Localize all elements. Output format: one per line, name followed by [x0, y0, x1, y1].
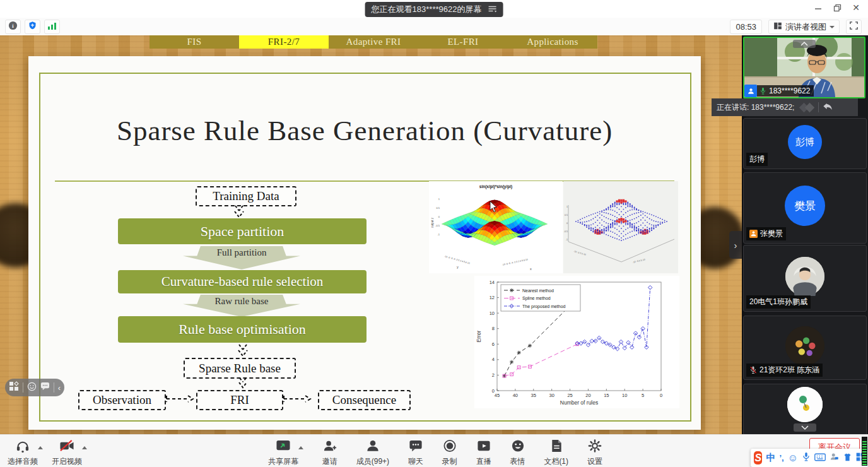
expand-chevron-down[interactable] [794, 423, 816, 432]
participant-name-label: 彭博 [746, 153, 768, 166]
gear-icon [587, 439, 602, 456]
svg-text:5: 5 [642, 393, 644, 398]
chat-bubble-icon[interactable] [40, 382, 50, 393]
close-button[interactable]: ✕ [847, 0, 865, 15]
surface-plot-title: sin(x/pi)*sin(y/pi) [479, 184, 512, 189]
participant-tile[interactable]: 21资环2班 陈东涵 [743, 316, 867, 380]
divider [818, 102, 819, 112]
ime-punctuation-toggle[interactable]: ’, [779, 453, 783, 463]
emoji-button[interactable]: 表情 [510, 439, 525, 467]
mic-on-icon [760, 87, 766, 95]
clock-time: 08:53 [730, 20, 762, 34]
network-signal-icon [47, 21, 57, 33]
participant-video-main[interactable]: 183****9622 [743, 37, 865, 98]
person-plus-icon [322, 439, 337, 456]
chevron-down-icon [830, 26, 835, 31]
participant-name-label: 张樊景 [746, 227, 786, 240]
svg-text:The proposed method: The proposed method [522, 304, 566, 309]
svg-text:0.5: 0.5 [565, 214, 568, 216]
tab-el-fri[interactable]: EL-FRI [418, 35, 508, 49]
svg-text:Number of rules: Number of rules [560, 399, 598, 406]
participant-tile[interactable]: 彭博 彭博 [743, 118, 867, 169]
flow-box-consequence: Consequence [318, 390, 411, 410]
shared-screen-area: FIS FRI-2/7 Adaptive FRI EL-FRI Applicat… [0, 35, 742, 434]
hand-raised-person-icon [749, 230, 758, 238]
meeting-toolbar: 选择音频 开启视频 共享屏幕 邀 [0, 434, 868, 467]
network-status-button[interactable] [44, 20, 60, 34]
participant-tile[interactable] [743, 384, 867, 435]
meeting-info-bar: i 08:53 演讲者视图 [0, 18, 868, 36]
settings-button[interactable]: 设置 [587, 439, 602, 467]
sogou-logo-icon[interactable]: S [754, 451, 762, 464]
dashed-arrow-down-1 [232, 205, 247, 218]
participant-name-label: 21资环2班 陈东涵 [746, 364, 823, 377]
svg-text:6: 6 [492, 341, 495, 347]
ime-emoji-button[interactable]: ☺ [788, 452, 798, 464]
fullscreen-button[interactable] [846, 20, 862, 34]
svg-text:Error: Error [476, 330, 482, 342]
fullscreen-icon [849, 21, 859, 33]
speaking-banner-text: 正在讲话: 183****9622; [717, 102, 794, 113]
ime-language-toggle[interactable]: 中 [766, 452, 775, 464]
minimize-button[interactable] [809, 0, 828, 15]
docs-button[interactable]: 文档(1) [544, 439, 568, 467]
chat-button[interactable]: 聊天 [408, 439, 423, 467]
live-stream-button[interactable]: 直播 [476, 439, 491, 467]
presentation-slide: Sparse Rule Base Generation (Curvature) … [28, 56, 701, 430]
avatar [785, 257, 824, 296]
dashed-arrow-right-2 [283, 394, 312, 403]
select-audio-button[interactable]: 选择音频 [8, 439, 38, 467]
video-options-caret[interactable] [82, 444, 87, 449]
ime-toolbar: S 中 ’, ☺ [751, 449, 868, 467]
svg-text:45: 45 [495, 393, 500, 398]
tab-fri[interactable]: FRI-2/7 [239, 35, 329, 49]
collapse-left-icon[interactable]: ‹ [58, 383, 61, 393]
flow-box-sparse-rule-base: Sparse Rule base [184, 358, 296, 379]
svg-text:12: 12 [490, 295, 495, 300]
security-button[interactable] [25, 20, 40, 34]
participant-tile[interactable]: 樊景 张樊景 [743, 172, 867, 244]
flow-box-observation: Observation [78, 390, 166, 410]
members-button[interactable]: 成员(99+) [356, 439, 389, 467]
banner-menu-icon[interactable] [488, 5, 496, 15]
whiteboard-grid-icon[interactable] [9, 381, 19, 394]
title-bar: 您正在观看183****9622的屏幕 ✕ [0, 0, 868, 18]
tab-applications[interactable]: Applications [508, 35, 597, 49]
flow-box-rule-base-optimisation: Rule base optimisation [118, 316, 367, 343]
live-tv-icon [476, 439, 491, 456]
restore-button[interactable] [828, 0, 847, 15]
speaking-banner: 正在讲话: 183****9622; [712, 98, 858, 116]
reply-arrow-icon[interactable] [823, 102, 833, 113]
divider [54, 382, 54, 393]
share-screen-button[interactable]: 共享屏幕 [268, 439, 298, 467]
meeting-info-button[interactable]: i [5, 20, 21, 34]
shield-icon [28, 21, 37, 33]
invite-button[interactable]: 邀请 [322, 439, 337, 467]
svg-text:10: 10 [490, 310, 495, 316]
meeting-window: 您正在观看183****9622的屏幕 ✕ i 08:53 [0, 0, 868, 467]
audio-options-caret[interactable] [38, 444, 43, 449]
ime-keyboard-icon[interactable] [814, 452, 826, 464]
ime-account-icon[interactable] [830, 452, 839, 464]
participant-tile[interactable]: 20电气1班孙鹏威 [743, 245, 867, 312]
error-chart: 45403530252015105002468101214Number of r… [474, 276, 679, 408]
watching-banner: 您正在观看183****9622的屏幕 [365, 2, 503, 17]
emoji-react-icon[interactable] [27, 382, 37, 394]
surface-plot: sin(x/pi)*sin(y/pi) output z 1 0.5 0 -0.… [429, 181, 563, 273]
share-options-caret[interactable] [298, 444, 303, 449]
svg-text:Nearest method: Nearest method [522, 288, 554, 293]
view-mode-button[interactable]: 演讲者视图 [768, 20, 840, 34]
start-video-button[interactable]: 开启视频 [52, 439, 82, 467]
expand-chevron-up[interactable] [793, 40, 816, 48]
svg-text:4: 4 [492, 357, 495, 362]
sidebar-collapse-handle[interactable]: › [729, 231, 742, 259]
dashed-arrow-right-1 [165, 394, 195, 403]
tab-adaptive-fri[interactable]: Adaptive FRI [329, 35, 418, 49]
tab-fis[interactable]: FIS [150, 35, 239, 49]
record-button[interactable]: 录制 [442, 439, 457, 467]
svg-text:-0.5: -0.5 [435, 224, 440, 227]
ime-skin-icon[interactable] [843, 452, 852, 464]
participants-sidebar: 183****9622 彭博 彭博 樊景 张樊景 20电气1班孙鹏威 [742, 35, 868, 434]
surface-plot-ylabel: y [457, 265, 459, 269]
ime-mic-icon[interactable] [802, 452, 811, 464]
